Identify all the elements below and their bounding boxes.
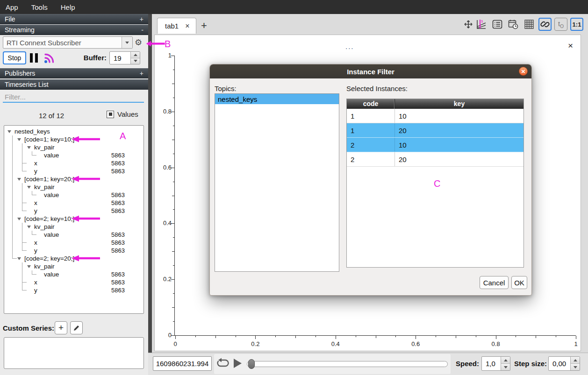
expand-icon[interactable]: + — [140, 15, 143, 23]
values-checkbox[interactable] — [107, 111, 114, 118]
tree-expander-icon[interactable] — [27, 186, 34, 189]
topic-item[interactable]: nested_keys — [215, 94, 339, 104]
tree-row[interactable]: y5863 — [4, 247, 143, 255]
splitter-handle[interactable] — [148, 14, 152, 353]
tree-expander-icon[interactable] — [17, 138, 24, 141]
stop-button[interactable]: Stop — [3, 51, 26, 64]
section-header-publishers[interactable]: Publishers + — [0, 68, 148, 78]
custom-series-list[interactable] — [4, 337, 144, 369]
tree-row[interactable]: x5863 — [4, 239, 143, 247]
time-slider[interactable] — [247, 361, 448, 367]
tree-row[interactable]: y5863 — [4, 207, 143, 215]
y-axis-tick-label: 0.4 — [156, 219, 172, 226]
spin-down-icon[interactable] — [131, 58, 140, 64]
pause-icon[interactable] — [30, 53, 38, 63]
tree-expander-icon[interactable] — [7, 130, 14, 133]
buffer-label: Buffer: — [71, 54, 107, 62]
expand-icon[interactable]: + — [140, 70, 143, 77]
tree-expander-icon[interactable] — [17, 218, 24, 220]
t0-icon[interactable]: tO — [554, 18, 567, 31]
table-row[interactable]: 2 20 — [347, 152, 523, 167]
axis-tick — [171, 335, 174, 336]
menu-item[interactable]: Help — [61, 3, 75, 11]
spin-up-icon[interactable] — [131, 52, 140, 58]
topics-list[interactable]: nested_keys — [215, 93, 339, 272]
axis-tick — [456, 336, 456, 338]
edit-custom-series-button[interactable] — [70, 321, 83, 334]
tree-row[interactable]: kv_pair — [4, 143, 143, 151]
column-header-key[interactable]: key — [395, 99, 523, 109]
play-icon[interactable] — [234, 359, 242, 368]
instances-table-header[interactable]: code key — [347, 99, 523, 109]
values-toggle[interactable]: Values — [107, 110, 138, 118]
annotation-arrow-a3 — [71, 215, 101, 222]
collapse-icon[interactable]: - — [141, 26, 143, 34]
plot-close-icon[interactable]: × — [568, 41, 573, 51]
grid-icon[interactable] — [523, 18, 536, 31]
axis-tick — [295, 336, 296, 338]
tree-row[interactable]: kv_pair — [4, 262, 143, 270]
table-row[interactable]: 2 10 — [347, 138, 523, 152]
tab-tab1[interactable]: tab1 × — [157, 18, 196, 34]
chevron-down-icon[interactable] — [122, 37, 132, 48]
tree-row[interactable]: y5863 — [4, 167, 143, 175]
tree-expander-icon[interactable] — [27, 146, 34, 149]
section-header-streaming[interactable]: Streaming - — [0, 25, 148, 35]
speed-stepper[interactable]: 1,0 — [481, 356, 510, 371]
axis-tick — [275, 336, 276, 337]
tab-close-icon[interactable]: × — [185, 22, 189, 30]
tree-expander-icon[interactable] — [17, 178, 24, 181]
menu-bar: AppToolsHelp — [0, 0, 588, 14]
add-custom-series-button[interactable]: + — [55, 321, 67, 334]
loop-icon[interactable] — [216, 358, 229, 369]
dialog-titlebar[interactable]: Instance Filter × — [210, 64, 531, 78]
timeseries-filter-input[interactable] — [3, 92, 144, 103]
tree-row[interactable]: x5863 — [4, 199, 143, 207]
tree-row[interactable]: kv_pair — [4, 223, 143, 231]
menu-item[interactable]: App — [6, 3, 18, 11]
tracker-line-icon[interactable]: 1 — [475, 18, 488, 31]
axis-tick — [516, 336, 516, 337]
tree-row[interactable]: value5863 — [4, 151, 143, 159]
datetime-icon[interactable] — [507, 18, 520, 31]
streaming-source-select[interactable]: RTI Connext Subscriber — [3, 36, 133, 49]
tree-expander-icon[interactable] — [27, 226, 34, 228]
menu-item[interactable]: Tools — [31, 3, 48, 11]
spin-down-icon[interactable] — [571, 364, 580, 370]
tree-expander-icon[interactable] — [27, 265, 34, 268]
ok-button[interactable]: OK — [511, 276, 527, 289]
column-header-code[interactable]: code — [347, 99, 395, 109]
step-size-stepper[interactable]: 0,00 — [548, 356, 580, 371]
move-pan-icon[interactable] — [462, 18, 475, 31]
axis-tick — [173, 293, 174, 294]
cancel-button[interactable]: Cancel — [480, 276, 509, 289]
gear-icon[interactable]: ⚙ — [135, 37, 142, 48]
tree-row[interactable]: x5863 — [4, 159, 143, 167]
timestamp-field[interactable]: 1609860231.994 — [153, 356, 212, 371]
table-row[interactable]: 1 10 — [347, 109, 523, 123]
table-row[interactable]: 1 20 — [347, 123, 523, 138]
tree-row[interactable]: y5863 — [4, 286, 143, 294]
ratio-1-1-icon[interactable]: 1:1 — [570, 18, 583, 31]
spin-down-icon[interactable] — [501, 364, 510, 370]
tree-row[interactable]: value5863 — [4, 191, 143, 199]
tree-row[interactable]: kv_pair — [4, 183, 143, 191]
tree-item-value: 5863 — [111, 168, 143, 175]
tree-item-value: 5863 — [111, 247, 143, 254]
axis-tick — [173, 98, 174, 98]
new-tab-button[interactable]: + — [201, 20, 207, 32]
legend-list-icon[interactable] — [491, 18, 504, 31]
playback-bar: 1609860231.994 Speed: 1,0 Step size: 0,0… — [148, 353, 588, 375]
tree-row[interactable]: value5863 — [4, 231, 143, 239]
spin-up-icon[interactable] — [571, 357, 580, 364]
section-header-file[interactable]: File + — [0, 14, 148, 24]
link-axes-icon[interactable] — [538, 18, 552, 31]
axis-tick — [356, 336, 356, 337]
slider-handle[interactable] — [248, 359, 255, 369]
tree-row[interactable]: x5863 — [4, 278, 143, 286]
tree-row[interactable]: value5863 — [4, 270, 143, 278]
spin-up-icon[interactable] — [501, 357, 510, 364]
buffer-stepper[interactable]: 19 — [109, 51, 140, 64]
dialog-close-icon[interactable]: × — [519, 67, 528, 76]
tree-expander-icon[interactable] — [17, 257, 24, 260]
